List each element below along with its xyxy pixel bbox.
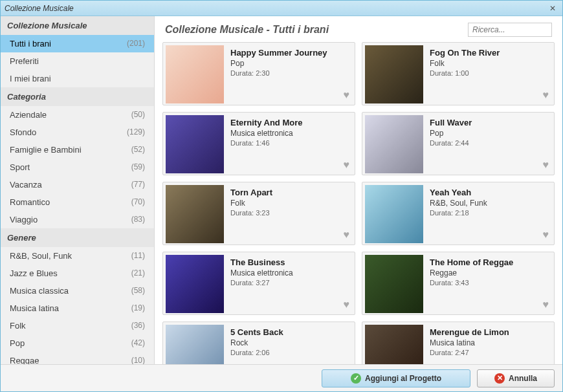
page-title: Collezione Musicale - Tutti i brani — [165, 24, 329, 36]
sidebar-item-label: Tutti i brani — [10, 39, 51, 49]
track-title: Merengue de Limon — [430, 327, 550, 337]
favorite-icon[interactable]: ♥ — [344, 89, 350, 101]
sidebar-item[interactable]: Reggae(10) — [1, 352, 154, 364]
sidebar-item-label: Viaggio — [10, 215, 38, 224]
sidebar-item-count: (52) — [131, 145, 145, 155]
sidebar-item-label: Preferiti — [10, 56, 39, 66]
track-duration: Durata: 3:43 — [430, 279, 550, 287]
track-title: Eternity And More — [230, 118, 351, 127]
track-duration: Durata: 1:46 — [230, 139, 351, 147]
sidebar-item[interactable]: Musica latina(19) — [1, 299, 154, 317]
favorite-icon[interactable]: ♥ — [543, 89, 549, 101]
track-title: Full Waver — [430, 118, 550, 127]
sidebar-item-label: Pop — [10, 338, 25, 348]
sidebar-item[interactable]: R&B, Soul, Funk(11) — [1, 247, 154, 265]
favorite-icon[interactable]: ♥ — [543, 159, 549, 171]
sidebar-item-label: R&B, Soul, Funk — [10, 251, 72, 261]
sidebar-item[interactable]: Pop(42) — [1, 334, 154, 352]
track-title: Happy Summer Journey — [230, 48, 351, 58]
track-genre: Folk — [230, 199, 351, 208]
track-card[interactable]: Happy Summer JourneyPopDurata: 2:30♥ — [162, 42, 355, 105]
track-title: Fog On The River — [430, 48, 550, 58]
track-genre: Musica latina — [430, 338, 550, 347]
sidebar-item-count: (11) — [131, 251, 145, 261]
track-card[interactable]: Yeah YeahR&B, Soul, FunkDurata: 2:18♥ — [362, 182, 555, 245]
sidebar-item[interactable]: Viaggio(83) — [1, 211, 154, 228]
sidebar-item-label: Vacanza — [10, 180, 42, 190]
sidebar-item[interactable]: Aziendale(50) — [1, 106, 154, 124]
favorite-icon[interactable]: ♥ — [344, 159, 350, 171]
track-card[interactable]: Eternity And MoreMusica elettronicaDurat… — [162, 112, 355, 175]
track-genre: Musica elettronica — [230, 268, 351, 278]
cancel-button[interactable]: ✕ Annulla — [477, 369, 555, 387]
close-icon[interactable]: ✕ — [547, 3, 558, 14]
sidebar-item[interactable]: Sport(59) — [1, 158, 154, 176]
sidebar-item-count: (10) — [131, 356, 145, 364]
sidebar-item-label: Jazz e Blues — [10, 268, 58, 278]
track-duration: Durata: 3:23 — [230, 209, 351, 217]
search-input[interactable] — [468, 23, 552, 37]
track-thumbnail — [166, 325, 224, 364]
track-card[interactable]: The Home of ReggaeReggaeDurata: 3:43♥ — [362, 252, 555, 315]
sidebar-item-label: Sport — [10, 162, 30, 172]
sidebar-section-header: Categoria — [1, 87, 154, 106]
track-duration: Durata: 2:47 — [430, 349, 550, 356]
track-genre: Reggae — [430, 268, 550, 278]
sidebar-item[interactable]: Jazz e Blues(21) — [1, 265, 154, 282]
titlebar: Collezione Musicale ✕ — [1, 1, 562, 16]
track-thumbnail — [166, 45, 224, 103]
track-thumbnail — [365, 255, 423, 313]
favorite-icon[interactable]: ♥ — [344, 299, 350, 310]
sidebar-item[interactable]: I miei brani — [1, 70, 154, 87]
track-thumbnail — [365, 325, 423, 364]
sidebar-item-label: Musica classica — [10, 286, 69, 296]
favorite-icon[interactable]: ♥ — [543, 229, 549, 241]
track-thumbnail — [166, 185, 224, 243]
sidebar-item-label: Sfondo — [10, 127, 36, 137]
track-card[interactable]: Full WaverPopDurata: 2:44♥ — [362, 112, 555, 175]
sidebar-item[interactable]: Preferiti — [1, 52, 154, 70]
sidebar-item-count: (83) — [131, 215, 145, 224]
sidebar-item-count: (129) — [127, 127, 145, 137]
track-card[interactable]: Fog On The RiverFolkDurata: 1:00♥ — [362, 42, 555, 105]
favorite-icon[interactable]: ♥ — [543, 299, 549, 310]
sidebar-item[interactable]: Sfondo(129) — [1, 124, 154, 141]
track-title: The Home of Reggae — [430, 257, 550, 267]
track-card[interactable]: Merengue de LimonMusica latinaDurata: 2:… — [362, 321, 555, 364]
sidebar-item-count: (70) — [131, 197, 145, 207]
sidebar-item[interactable]: Folk(36) — [1, 317, 154, 334]
sidebar-item[interactable]: Vacanza(77) — [1, 176, 154, 193]
sidebar-item[interactable]: Romantico(70) — [1, 193, 154, 211]
sidebar-item-label: Romantico — [10, 197, 50, 207]
window-title: Collezione Musicale — [5, 4, 74, 13]
track-card[interactable]: 5 Cents BackRockDurata: 2:06♥ — [162, 321, 355, 364]
track-duration: Durata: 1:00 — [430, 69, 550, 77]
track-card[interactable]: The BusinessMusica elettronicaDurata: 3:… — [162, 252, 355, 315]
cancel-icon: ✕ — [494, 373, 505, 384]
sidebar: Collezione MusicaleTutti i brani(201)Pre… — [1, 16, 155, 364]
track-thumbnail — [365, 115, 423, 173]
sidebar-item-count: (201) — [127, 39, 145, 49]
track-thumbnail — [365, 185, 423, 243]
track-thumbnail — [166, 255, 224, 313]
sidebar-item-count: (36) — [131, 321, 145, 331]
tracks-grid: Happy Summer JourneyPopDurata: 2:30♥Fog … — [162, 42, 555, 364]
favorite-icon[interactable]: ♥ — [344, 229, 350, 241]
track-thumbnail — [365, 45, 423, 103]
sidebar-item[interactable]: Famiglie e Bambini(52) — [1, 141, 154, 158]
track-card[interactable]: Torn ApartFolkDurata: 3:23♥ — [162, 182, 355, 245]
track-title: The Business — [230, 257, 351, 267]
track-duration: Durata: 2:30 — [230, 69, 351, 77]
track-genre: Musica elettronica — [230, 129, 351, 138]
sidebar-item[interactable]: Tutti i brani(201) — [1, 35, 154, 52]
sidebar-item-count: (19) — [131, 303, 145, 313]
track-genre: Rock — [230, 338, 351, 347]
add-to-project-button[interactable]: ✓ Aggiungi al Progetto — [322, 369, 470, 387]
add-label: Aggiungi al Progetto — [365, 374, 441, 383]
track-duration: Durata: 2:44 — [430, 139, 550, 147]
sidebar-item[interactable]: Musica classica(58) — [1, 282, 154, 299]
sidebar-item-label: Famiglie e Bambini — [10, 145, 82, 155]
sidebar-item-label: Folk — [10, 321, 26, 331]
sidebar-item-count: (77) — [131, 180, 145, 190]
sidebar-item-count: (58) — [131, 286, 145, 296]
